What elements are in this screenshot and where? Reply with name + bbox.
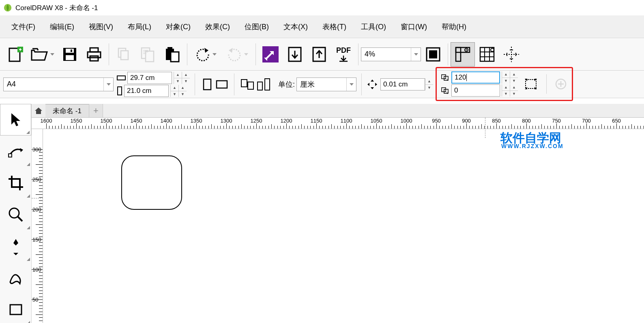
nudge-input[interactable]: 0.01 cm: [380, 78, 425, 90]
menu-table[interactable]: 表格(T): [315, 19, 354, 34]
menu-text[interactable]: 文本(X): [276, 19, 315, 34]
grid-button[interactable]: [475, 42, 499, 67]
nudge-icon: [367, 79, 378, 90]
redo-button[interactable]: [221, 42, 253, 67]
fullscreen-button[interactable]: [421, 42, 445, 67]
spin-down[interactable]: ▼: [502, 90, 510, 97]
spin-down[interactable]: ▼: [174, 78, 182, 84]
doc-tab-1[interactable]: 未命名 -1: [45, 104, 89, 117]
menu-tools[interactable]: 工具(O): [354, 19, 393, 34]
spin-down[interactable]: ▼: [178, 91, 187, 97]
rectangle-tool[interactable]: [0, 294, 31, 323]
flyout-icon: [27, 258, 30, 261]
artistic-media-tool[interactable]: [0, 262, 31, 294]
add-tab-button[interactable]: +: [89, 104, 103, 117]
flyout-icon: [27, 321, 30, 323]
menu-object[interactable]: 对象(C): [159, 19, 198, 34]
separator: [109, 43, 109, 65]
vertical-ruler[interactable]: 30025020015010050: [32, 129, 43, 323]
menu-view[interactable]: 视图(V): [82, 19, 120, 34]
zoom-dropdown[interactable]: 4%: [361, 47, 421, 61]
dup-y-input[interactable]: 0: [451, 84, 500, 97]
svg-rect-22: [456, 47, 470, 52]
import-button[interactable]: [258, 42, 283, 67]
spin-down[interactable]: ▼: [170, 91, 178, 97]
drawing-canvas[interactable]: 软件自学网 WWW.RJZXW.COM: [43, 129, 644, 323]
spin-up[interactable]: ▲: [170, 85, 178, 91]
svg-rect-23: [456, 47, 461, 61]
flyout-icon: [26, 131, 30, 134]
rounded-rect-shape[interactable]: [120, 154, 185, 215]
svg-rect-21: [429, 50, 437, 58]
spin-down[interactable]: ▼: [510, 78, 518, 84]
publish-button[interactable]: [307, 42, 331, 67]
spin-up[interactable]: ▲: [502, 84, 510, 90]
menu-effects[interactable]: 效果(C): [198, 19, 237, 34]
landscape-button[interactable]: [215, 76, 229, 93]
page-width-input[interactable]: 29.7 cm: [127, 72, 172, 84]
save-button[interactable]: [58, 42, 82, 67]
svg-rect-9: [90, 56, 98, 61]
add-preset-button[interactable]: [554, 77, 568, 91]
crop-tool[interactable]: [0, 167, 31, 199]
guides-button[interactable]: [499, 42, 524, 67]
cut-button[interactable]: [112, 42, 136, 67]
svg-text:y: y: [447, 91, 448, 94]
undo-dropdown-icon[interactable]: [213, 53, 217, 56]
unit-dropdown[interactable]: 厘米: [296, 78, 356, 91]
svg-rect-32: [241, 80, 247, 87]
property-bar: A4 29.7 cm ▲▼ ▲▼ 21.0 cm ▲▼ ▲▼: [0, 71, 644, 98]
spin-down[interactable]: ▼: [510, 90, 518, 97]
dup-x-input[interactable]: 120: [451, 71, 500, 84]
spin-up[interactable]: ▲: [510, 71, 518, 78]
redo-dropdown-icon[interactable]: [244, 53, 248, 56]
horizontal-ruler[interactable]: 1600155015001450140013501300125012001150…: [32, 118, 644, 129]
rulers-button[interactable]: [451, 42, 475, 67]
print-button[interactable]: [82, 42, 106, 67]
menu-window[interactable]: 窗口(W): [393, 19, 434, 34]
svg-point-25: [466, 49, 467, 50]
spin-up[interactable]: ▲: [502, 71, 510, 78]
svg-rect-33: [248, 82, 253, 89]
undo-button[interactable]: [190, 42, 221, 67]
spin-up[interactable]: ▲: [510, 84, 518, 90]
page-size-value: A4: [4, 80, 103, 88]
pick-tool[interactable]: [0, 104, 31, 136]
pdf-button[interactable]: PDF: [331, 42, 356, 67]
spin-down[interactable]: ▼: [425, 84, 433, 90]
portrait-button[interactable]: [200, 76, 215, 93]
new-button[interactable]: [3, 42, 28, 67]
open-dropdown-icon[interactable]: [50, 53, 54, 56]
freehand-tool[interactable]: [0, 230, 31, 262]
menu-file[interactable]: 文件(F): [4, 19, 43, 34]
zoom-tool[interactable]: [0, 199, 31, 230]
pdf-label: PDF: [336, 46, 351, 55]
spin-up[interactable]: ▲: [182, 72, 190, 78]
current-page-button[interactable]: [255, 76, 272, 93]
paste-button[interactable]: [160, 42, 185, 67]
menu-edit[interactable]: 编辑(E): [43, 19, 82, 34]
treat-as-filled-button[interactable]: [523, 76, 539, 92]
spin-down[interactable]: ▼: [502, 78, 510, 84]
svg-rect-36: [442, 75, 446, 79]
open-button[interactable]: [28, 42, 58, 67]
home-tab[interactable]: [32, 104, 45, 117]
page-size-dropdown[interactable]: A4: [3, 78, 114, 91]
all-pages-button[interactable]: [239, 76, 255, 93]
svg-point-45: [9, 208, 19, 218]
svg-rect-26: [480, 47, 494, 61]
separator: [546, 74, 547, 94]
shape-tool[interactable]: [0, 136, 31, 167]
menu-bitmap[interactable]: 位图(B): [237, 19, 276, 34]
export-button[interactable]: [283, 42, 307, 67]
spin-up[interactable]: ▲: [425, 78, 433, 84]
svg-rect-46: [10, 305, 21, 314]
spin-up[interactable]: ▲: [178, 85, 187, 91]
copy-button[interactable]: [136, 42, 160, 67]
page-height-input[interactable]: 21.0 cm: [124, 85, 169, 97]
menu-layout[interactable]: 布局(L): [120, 19, 159, 34]
menu-help[interactable]: 帮助(H): [434, 19, 474, 34]
svg-text:x: x: [447, 78, 448, 81]
spin-down[interactable]: ▼: [182, 78, 190, 84]
spin-up[interactable]: ▲: [174, 72, 182, 78]
